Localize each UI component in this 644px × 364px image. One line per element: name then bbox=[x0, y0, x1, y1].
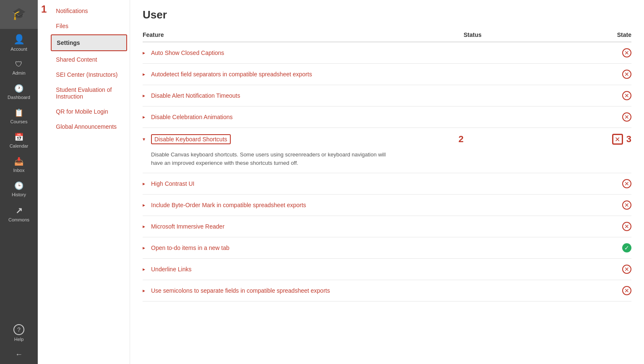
nav-logo[interactable]: 🎓 bbox=[0, 0, 38, 29]
sidebar-item-files[interactable]: Files bbox=[48, 18, 130, 34]
feature-name: Include Byte-Order Mark in compatible sp… bbox=[151, 202, 464, 208]
feature-name: High Contrast UI bbox=[151, 180, 464, 187]
feature-state: ✕ bbox=[589, 91, 631, 100]
feature-state: ✕ bbox=[589, 222, 631, 231]
sidebar-item-global-announcements[interactable]: Global Announcements bbox=[48, 119, 130, 134]
feature-name: Auto Show Closed Captions bbox=[151, 49, 464, 56]
state-icon-disabled[interactable]: ✕ bbox=[622, 222, 631, 231]
sidebar: 1 Notifications Files Settings Shared Co… bbox=[38, 0, 130, 364]
feature-row-main[interactable]: ▸ High Contrast UI ✕ bbox=[143, 173, 631, 194]
feature-row-autodetect-field-sep: ▸ Autodetect field separators in compati… bbox=[143, 64, 631, 85]
annotation-2: 2 bbox=[459, 134, 464, 145]
feature-row-main[interactable]: ▸ Autodetect field separators in compati… bbox=[143, 64, 631, 85]
chevron-icon: ▸ bbox=[143, 224, 151, 229]
feature-state: ✕ bbox=[589, 286, 631, 295]
nav-item-admin[interactable]: 🛡 Admin bbox=[0, 55, 38, 79]
annotation-3: 3 bbox=[626, 134, 631, 145]
feature-name: Disable Alert Notification Timeouts bbox=[151, 92, 464, 99]
feature-row-immersive-reader: ▸ Microsoft Immersive Reader ✕ bbox=[143, 216, 631, 237]
feature-state: ✓ bbox=[589, 243, 631, 252]
chevron-icon: ▸ bbox=[143, 181, 151, 187]
feature-row-main[interactable]: ▸ Disable Celebration Animations ✕ bbox=[143, 107, 631, 127]
nav-label-commons: Commons bbox=[8, 217, 29, 222]
feature-list: ▸ Auto Show Closed Captions ✕ ▸ Autodete… bbox=[143, 42, 631, 302]
sidebar-item-notifications[interactable]: Notifications bbox=[48, 3, 130, 18]
sidebar-item-settings[interactable]: Settings bbox=[51, 34, 127, 51]
header-feature: Feature bbox=[143, 31, 464, 38]
feature-row-underline-links: ▸ Underline Links ✕ bbox=[143, 259, 631, 280]
calendar-icon: 📅 bbox=[14, 133, 23, 142]
feature-row-main[interactable]: ▸ Auto Show Closed Captions ✕ bbox=[143, 42, 631, 63]
feature-state: ✕ bbox=[589, 48, 631, 57]
feature-row-byte-order-mark: ▸ Include Byte-Order Mark in compatible … bbox=[143, 195, 631, 216]
feature-name: Use semicolons to separate fields in com… bbox=[151, 287, 464, 294]
header-status: Status bbox=[464, 31, 589, 38]
feature-row-main[interactable]: ▸ Disable Alert Notification Timeouts ✕ bbox=[143, 85, 631, 106]
chevron-icon: ▸ bbox=[143, 266, 151, 272]
nav-label-courses: Courses bbox=[10, 119, 28, 124]
nav-label-calendar: Calendar bbox=[10, 143, 29, 148]
nav-collapse-button[interactable]: ← bbox=[0, 345, 38, 364]
state-icon-disabled[interactable]: ✕ bbox=[622, 112, 631, 122]
sidebar-item-student-eval[interactable]: Student Evaluation of Instruction bbox=[48, 82, 130, 104]
nav-label-help: Help bbox=[14, 337, 24, 342]
chevron-icon: ▸ bbox=[143, 114, 151, 120]
state-icon-highlighted[interactable]: ✕ bbox=[612, 134, 623, 145]
sidebar-item-sei-center[interactable]: SEI Center (Instructors) bbox=[48, 67, 130, 82]
chevron-icon: ▾ bbox=[143, 136, 151, 142]
feature-row-main[interactable]: ▸ Use semicolons to separate fields in c… bbox=[143, 280, 631, 301]
feature-row-disable-alert-notif: ▸ Disable Alert Notification Timeouts ✕ bbox=[143, 85, 631, 107]
feature-state: ✕ bbox=[589, 265, 631, 274]
dashboard-icon: 🕐 bbox=[14, 84, 23, 93]
nav-item-inbox[interactable]: 📥 Inbox bbox=[0, 152, 38, 176]
nav-bottom-section: ? Help ← bbox=[0, 319, 38, 364]
state-icon-disabled[interactable]: ✕ bbox=[622, 48, 631, 57]
commons-icon: ↗ bbox=[16, 205, 23, 216]
nav-label-history: History bbox=[12, 192, 26, 197]
chevron-icon: ▸ bbox=[143, 93, 151, 99]
feature-name: Disable Celebration Animations bbox=[151, 114, 464, 120]
feature-name: Autodetect field separators in compatibl… bbox=[151, 71, 464, 78]
chevron-icon: ▸ bbox=[143, 245, 151, 251]
nav-label-dashboard: Dashboard bbox=[8, 95, 30, 100]
nav-item-history[interactable]: 🕒 History bbox=[0, 176, 38, 200]
nav-item-commons[interactable]: ↗ Commons bbox=[0, 200, 38, 226]
nav-item-account[interactable]: 👤 Account bbox=[0, 29, 38, 55]
feature-row-description: Disable Canvas keyboard shortcuts. Some … bbox=[143, 151, 394, 173]
chevron-icon: ▸ bbox=[143, 50, 151, 56]
feature-row-disable-celebration: ▸ Disable Celebration Animations ✕ bbox=[143, 107, 631, 128]
feature-row-main[interactable]: ▾ Disable Keyboard Shortcuts 2 ✕ 3 bbox=[143, 128, 631, 151]
state-icon-disabled[interactable]: ✕ bbox=[622, 179, 631, 188]
nav-item-help[interactable]: ? Help bbox=[0, 319, 38, 345]
nav-item-courses[interactable]: 📋 Courses bbox=[0, 103, 38, 127]
chevron-icon: ▸ bbox=[143, 288, 151, 294]
state-icon-disabled[interactable]: ✕ bbox=[622, 70, 631, 79]
inbox-icon: 📥 bbox=[14, 157, 23, 166]
feature-name: Open to-do items in a new tab bbox=[151, 244, 464, 251]
feature-row-main[interactable]: ▸ Open to-do items in a new tab ✓ bbox=[143, 237, 631, 258]
state-icon-disabled[interactable]: ✕ bbox=[622, 91, 631, 100]
feature-row-high-contrast: ▸ High Contrast UI ✕ bbox=[143, 173, 631, 195]
feature-row-main[interactable]: ▸ Underline Links ✕ bbox=[143, 259, 631, 280]
feature-state: ✕ bbox=[589, 179, 631, 188]
state-icon-disabled[interactable]: ✕ bbox=[622, 265, 631, 274]
feature-row-disable-keyboard: ▾ Disable Keyboard Shortcuts 2 ✕ 3 Disab… bbox=[143, 128, 631, 173]
feature-name: Disable Keyboard Shortcuts bbox=[151, 134, 455, 144]
feature-row-main[interactable]: ▸ Microsoft Immersive Reader ✕ bbox=[143, 216, 631, 237]
sidebar-item-shared-content[interactable]: Shared Content bbox=[48, 52, 130, 67]
admin-icon: 🛡 bbox=[15, 60, 23, 69]
left-navigation: 🎓 👤 Account 🛡 Admin 🕐 Dashboard 📋 Course… bbox=[0, 0, 38, 364]
feature-name-highlighted: Disable Keyboard Shortcuts bbox=[151, 134, 231, 144]
courses-icon: 📋 bbox=[14, 108, 23, 117]
feature-row-main[interactable]: ▸ Include Byte-Order Mark in compatible … bbox=[143, 195, 631, 216]
state-icon-disabled[interactable]: ✕ bbox=[622, 200, 631, 210]
nav-item-calendar[interactable]: 📅 Calendar bbox=[0, 127, 38, 152]
nav-label-inbox: Inbox bbox=[13, 168, 25, 173]
state-icon-enabled[interactable]: ✓ bbox=[622, 243, 631, 252]
feature-table-header: Feature Status State bbox=[143, 28, 631, 42]
feature-row-auto-show-captions: ▸ Auto Show Closed Captions ✕ bbox=[143, 42, 631, 64]
sidebar-item-qr-login[interactable]: QR for Mobile Login bbox=[48, 104, 130, 119]
header-state: State bbox=[589, 31, 631, 38]
nav-item-dashboard[interactable]: 🕐 Dashboard bbox=[0, 79, 38, 103]
state-icon-disabled[interactable]: ✕ bbox=[622, 286, 631, 295]
